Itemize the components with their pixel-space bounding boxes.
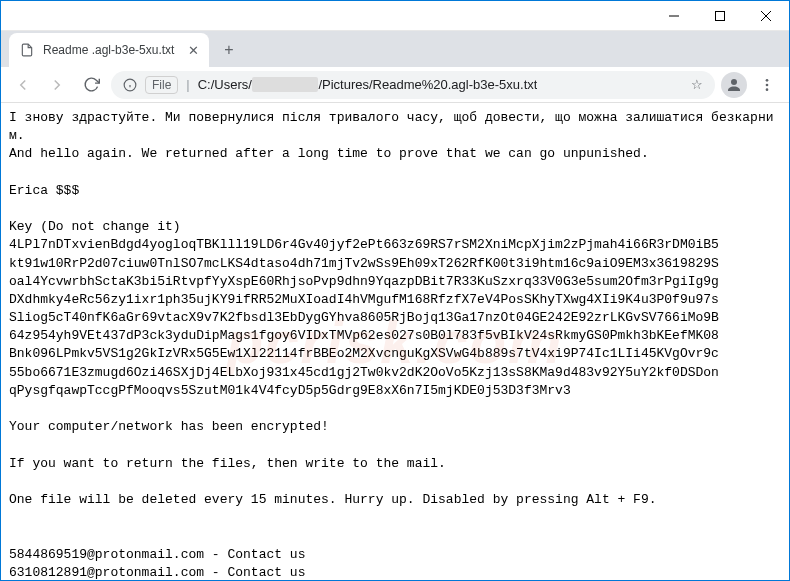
tab-title: Readme .agl-b3e-5xu.txt <box>43 43 174 57</box>
minimize-button[interactable] <box>651 1 697 31</box>
back-button[interactable] <box>9 71 37 99</box>
redacted-segment: x <box>252 77 319 92</box>
svg-point-8 <box>766 79 769 82</box>
forward-button[interactable] <box>43 71 71 99</box>
content-viewport[interactable]: pcrisk.com I знову здрастуйте. Ми поверн… <box>1 103 789 580</box>
reload-button[interactable] <box>77 71 105 99</box>
svg-point-7 <box>731 79 737 85</box>
info-icon <box>123 78 137 92</box>
close-window-button[interactable] <box>743 1 789 31</box>
separator: | <box>186 77 189 92</box>
address-bar[interactable]: File | C:/Users/x/Pictures/Readme%20.agl… <box>111 71 715 99</box>
window-titlebar <box>1 1 789 31</box>
file-scheme-chip: File <box>145 76 178 94</box>
new-tab-button[interactable]: + <box>215 36 243 64</box>
tab-close-icon[interactable]: ✕ <box>188 43 199 58</box>
profile-avatar[interactable] <box>721 72 747 98</box>
svg-point-10 <box>766 88 769 91</box>
bookmark-star-icon[interactable]: ☆ <box>691 77 703 92</box>
maximize-button[interactable] <box>697 1 743 31</box>
browser-tab[interactable]: Readme .agl-b3e-5xu.txt ✕ <box>9 33 209 67</box>
toolbar: File | C:/Users/x/Pictures/Readme%20.agl… <box>1 67 789 103</box>
text-body: I знову здрастуйте. Ми повернулися після… <box>1 103 789 580</box>
file-icon <box>19 42 35 58</box>
url-path: C:/Users/x/Pictures/Readme%20.agl-b3e-5x… <box>198 77 538 92</box>
svg-rect-1 <box>716 11 725 20</box>
menu-button[interactable] <box>753 71 781 99</box>
svg-point-9 <box>766 83 769 86</box>
tab-strip: Readme .agl-b3e-5xu.txt ✕ + <box>1 31 789 67</box>
